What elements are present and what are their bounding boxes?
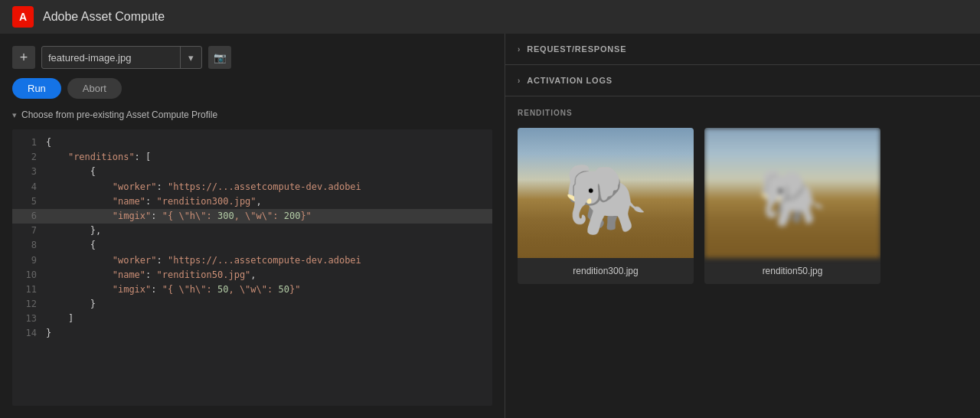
- app-header: A Adobe Asset Compute: [0, 0, 980, 34]
- main-layout: + featured-image.jpg ▾ 📷 Run Abort ▾ Cho…: [0, 34, 980, 418]
- code-line-13: 13 ]: [12, 312, 492, 326]
- code-line-1: 1 {: [12, 136, 492, 150]
- code-line-3: 3 {: [12, 165, 492, 179]
- adobe-logo: A: [12, 6, 34, 28]
- rendition-card-300[interactable]: rendition300.jpg: [518, 128, 694, 284]
- code-line-5: 5 "name": "rendition300.jpg",: [12, 194, 492, 209]
- rendition-image-50: [704, 128, 880, 258]
- chevron-right-icon: ›: [518, 77, 521, 85]
- rendition-image-300: [518, 128, 694, 258]
- request-response-label: REQUEST/RESPONSE: [527, 44, 626, 54]
- right-panel: › REQUEST/RESPONSE › ACTIVATION LOGS REN…: [505, 34, 980, 418]
- rendition-name-50: rendition50.jpg: [704, 258, 880, 284]
- add-file-button[interactable]: +: [12, 46, 35, 69]
- renditions-grid: rendition300.jpg rendition50.jpg: [518, 128, 968, 284]
- plus-icon: +: [20, 50, 28, 66]
- dropdown-arrow[interactable]: ▾: [180, 47, 201, 68]
- app-title: Adobe Asset Compute: [43, 10, 165, 24]
- action-buttons: Run Abort: [12, 78, 492, 99]
- profile-chooser[interactable]: ▾ Choose from pre-existing Asset Compute…: [12, 109, 492, 120]
- chevron-down-icon: ▾: [188, 52, 194, 64]
- code-line-6: 6 "imgix": "{ \"h\": 300, \"w\": 200}": [12, 209, 492, 224]
- abort-button[interactable]: Abort: [67, 78, 122, 99]
- request-response-header[interactable]: › REQUEST/RESPONSE: [505, 34, 980, 64]
- chevron-right-icon: ›: [518, 45, 521, 54]
- toolbar: + featured-image.jpg ▾ 📷: [12, 46, 492, 69]
- image-icon: 📷: [214, 52, 227, 64]
- rendition-name-300: rendition300.jpg: [518, 258, 694, 284]
- chevron-down-icon: ▾: [12, 110, 17, 120]
- code-line-10: 10 "name": "rendition50.jpg",: [12, 268, 492, 282]
- request-response-section: › REQUEST/RESPONSE: [505, 34, 980, 65]
- profile-label: Choose from pre-existing Asset Compute P…: [21, 109, 217, 120]
- code-line-9: 9 "worker": "https://...assetcompute-dev…: [12, 253, 492, 268]
- code-line-4: 4 "worker": "https://...assetcompute-dev…: [12, 180, 492, 194]
- code-editor[interactable]: 1 { 2 "renditions": [ 3 { 4 "worker": "h…: [12, 129, 492, 406]
- code-line-12: 12 }: [12, 297, 492, 312]
- activation-logs-section: › ACTIVATION LOGS: [505, 65, 980, 96]
- code-line-7: 7 },: [12, 224, 492, 238]
- rendition-card-50[interactable]: rendition50.jpg: [704, 128, 880, 284]
- activation-logs-label: ACTIVATION LOGS: [527, 76, 612, 85]
- file-selector[interactable]: featured-image.jpg ▾: [41, 46, 202, 69]
- code-line-2: 2 "renditions": [: [12, 150, 492, 165]
- file-name-display: featured-image.jpg: [42, 52, 180, 64]
- left-panel: + featured-image.jpg ▾ 📷 Run Abort ▾ Cho…: [0, 34, 505, 418]
- image-picker-button[interactable]: 📷: [208, 46, 231, 69]
- code-line-11: 11 "imgix": "{ \"h\": 50, \"w\": 50}": [12, 282, 492, 297]
- renditions-label: RENDITIONS: [518, 109, 968, 117]
- renditions-section: RENDITIONS rendition300.jpg rendition50.…: [505, 96, 980, 418]
- code-line-8: 8 {: [12, 238, 492, 253]
- activation-logs-header[interactable]: › ACTIVATION LOGS: [505, 65, 980, 96]
- run-button[interactable]: Run: [12, 78, 61, 99]
- code-line-14: 14 }: [12, 326, 492, 341]
